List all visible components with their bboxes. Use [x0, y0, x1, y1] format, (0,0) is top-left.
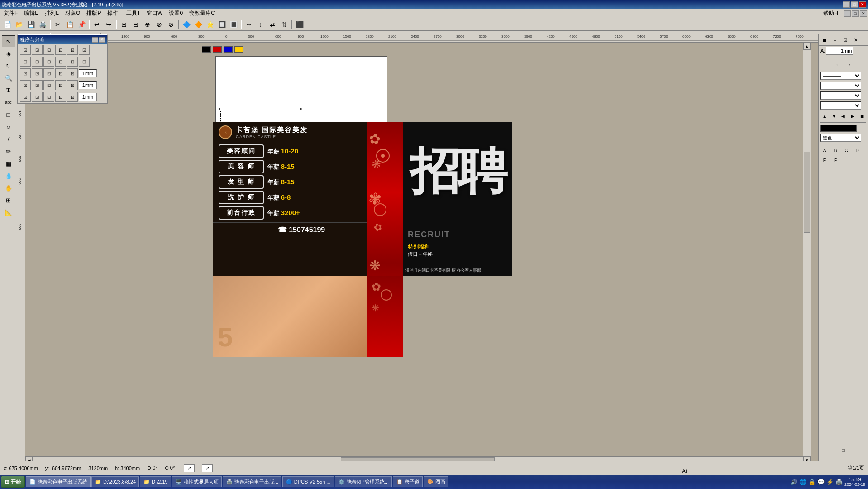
canvas-area[interactable]: 卡 卡苔堡 国际美谷美发 GARDEN CASTLE 美容顾问 年薪 10-20… [25, 43, 860, 464]
tb-icon14[interactable]: ⇅ [279, 19, 290, 29]
menu-help[interactable]: 帮助H [820, 9, 841, 18]
panel-min-btn[interactable]: — [92, 37, 98, 43]
tb-icon5[interactable]: ⊘ [166, 19, 176, 29]
handle-tl[interactable] [219, 108, 222, 110]
abc-tool[interactable]: abc [2, 96, 15, 108]
tb-icon8[interactable]: ⭐ [205, 19, 215, 29]
angle-input-1[interactable]: ↗ [184, 464, 195, 472]
tb-icon9[interactable]: 🔲 [216, 19, 227, 29]
rp-extra-6[interactable]: F [830, 156, 840, 165]
taskbar-item-6[interactable]: ⚙️ 骁泰RIP管理系统... [335, 476, 392, 487]
panel-maximize[interactable]: □ [852, 10, 859, 17]
space-v[interactable]: ⊡ [20, 80, 31, 90]
taskbar-item-0[interactable]: 📄 骁泰彩色电子出版系统 [26, 476, 91, 487]
rp-color-select[interactable]: 黑色 白色 [820, 134, 861, 142]
start-button[interactable]: ⊞ 开始 [1, 476, 25, 488]
menu-object[interactable]: 对象O [62, 9, 83, 18]
space-h2[interactable]: ⊡ [32, 68, 43, 78]
menu-window[interactable]: 窗口W [144, 9, 165, 18]
vscroll[interactable]: ▲ ▼ [803, 43, 810, 464]
rp-extra-2[interactable]: B [830, 146, 840, 155]
menu-library[interactable]: 套数量库C [186, 9, 218, 18]
redo-button[interactable]: ↪ [103, 19, 114, 29]
space-v4[interactable]: ⊡ [55, 80, 66, 90]
panel-close-btn[interactable]: ✕ [99, 37, 105, 43]
align-extra-3[interactable]: ⊡ [43, 92, 54, 102]
tb-icon13[interactable]: ⇄ [267, 19, 278, 29]
maximize-button[interactable]: □ [851, 1, 858, 8]
circle-tool[interactable]: ○ [2, 121, 15, 133]
rect-tool[interactable]: □ [2, 109, 15, 120]
fill-tool[interactable]: ▦ [2, 158, 15, 169]
align-input-2[interactable] [79, 81, 97, 89]
menu-settings[interactable]: 设置0 [166, 9, 186, 18]
panel-close[interactable]: ✕ [860, 10, 867, 17]
menu-operation[interactable]: 操作I [105, 9, 122, 18]
align-bottom[interactable]: ⊡ [79, 45, 90, 55]
vscroll-track[interactable] [803, 50, 811, 456]
space-h4[interactable]: ⊡ [55, 68, 66, 78]
eyedrop-tool[interactable]: 💧 [2, 170, 15, 182]
rotate-tool[interactable]: ↻ [2, 60, 15, 72]
tb-icon12[interactable]: ↕ [255, 19, 266, 29]
align-extra-4[interactable]: ⊡ [55, 92, 66, 102]
vscroll-up[interactable]: ▲ [803, 43, 811, 50]
distribute-center-v[interactable]: ⊡ [67, 57, 78, 67]
tb-icon4[interactable]: ⊗ [154, 19, 165, 29]
rp-left-arrow[interactable]: ← [833, 60, 843, 69]
menu-edit[interactable]: 编辑E [21, 9, 41, 18]
line-tool[interactable]: / [2, 133, 15, 145]
paste-button[interactable]: 📌 [76, 19, 87, 29]
tb-icon7[interactable]: 🔶 [193, 19, 204, 29]
space-v3[interactable]: ⊡ [43, 80, 54, 90]
angle-input-2[interactable]: ↗ [202, 464, 213, 472]
rp-color-display[interactable] [820, 125, 857, 132]
menu-layout[interactable]: 排版P [84, 9, 104, 18]
rp-btn-3[interactable]: ⊡ [840, 35, 850, 44]
vscroll-thumb[interactable] [804, 152, 810, 233]
rp-expand-btn[interactable]: □ [839, 446, 849, 455]
menu-tools[interactable]: 工具T [124, 9, 143, 18]
rp-extra-5[interactable]: E [820, 156, 830, 165]
rp-line-select-1[interactable]: ———— - - - - · · · · [820, 72, 861, 80]
space-v5[interactable]: ⊡ [67, 80, 78, 90]
taskbar-item-2[interactable]: 📁 D:\2.19 [140, 476, 171, 487]
taskbar-item-7[interactable]: 📋 唐子道 [393, 476, 423, 487]
zoom-tool[interactable]: 🔍 [2, 72, 15, 84]
close-button[interactable]: ✕ [859, 1, 866, 8]
rp-extra-4[interactable]: D [852, 146, 862, 155]
rp-scale-left[interactable]: ◀ [839, 111, 848, 120]
copy-button[interactable]: 📋 [64, 19, 75, 29]
rp-line-select-2[interactable]: ———— [820, 82, 861, 90]
taskbar-item-5[interactable]: 🔵 DPCS V2.55h ... [282, 476, 334, 487]
undo-button[interactable]: ↩ [91, 19, 102, 29]
rp-btn-4[interactable]: ✕ [851, 35, 861, 44]
swatch-blue[interactable] [224, 46, 233, 53]
align-right[interactable]: ⊡ [43, 45, 54, 55]
tb-icon10[interactable]: 🔳 [228, 19, 239, 29]
new-button[interactable]: 📄 [2, 19, 13, 29]
rp-right-arrow[interactable]: → [844, 60, 854, 69]
select-tool[interactable]: ↖ [2, 35, 15, 47]
rp-btn-2[interactable]: ↔ [830, 35, 840, 44]
menu-file[interactable]: 文件F [1, 9, 20, 18]
align-left[interactable]: ⊡ [20, 45, 31, 55]
space-h5[interactable]: ⊡ [67, 68, 78, 78]
taskbar-item-8[interactable]: 🎨 图画 [424, 476, 448, 487]
swatch-black[interactable] [202, 46, 211, 53]
rp-extra-3[interactable]: C [841, 146, 851, 155]
crop-tool[interactable]: ⊞ [2, 194, 15, 206]
taskbar-item-3[interactable]: 🖥️ 稿性式显屏大师 [172, 476, 222, 487]
save-button[interactable]: 💾 [25, 19, 36, 29]
distribute-top[interactable]: ⊡ [55, 57, 66, 67]
space-v2[interactable]: ⊡ [32, 80, 43, 90]
taskbar-item-4[interactable]: 🖨️ 骁泰彩色电子出版... [223, 476, 281, 487]
space-h[interactable]: ⊡ [20, 68, 31, 78]
align-center-h[interactable]: ⊡ [32, 45, 43, 55]
rp-scale-right[interactable]: ▶ [849, 111, 857, 120]
pen-tool[interactable]: ✏ [2, 145, 15, 157]
print-button[interactable]: 🖨️ [37, 19, 48, 29]
align-input-1[interactable] [79, 69, 97, 77]
tb-icon15[interactable]: ⬛ [294, 19, 305, 29]
menu-arrange[interactable]: 排列L [42, 9, 62, 18]
